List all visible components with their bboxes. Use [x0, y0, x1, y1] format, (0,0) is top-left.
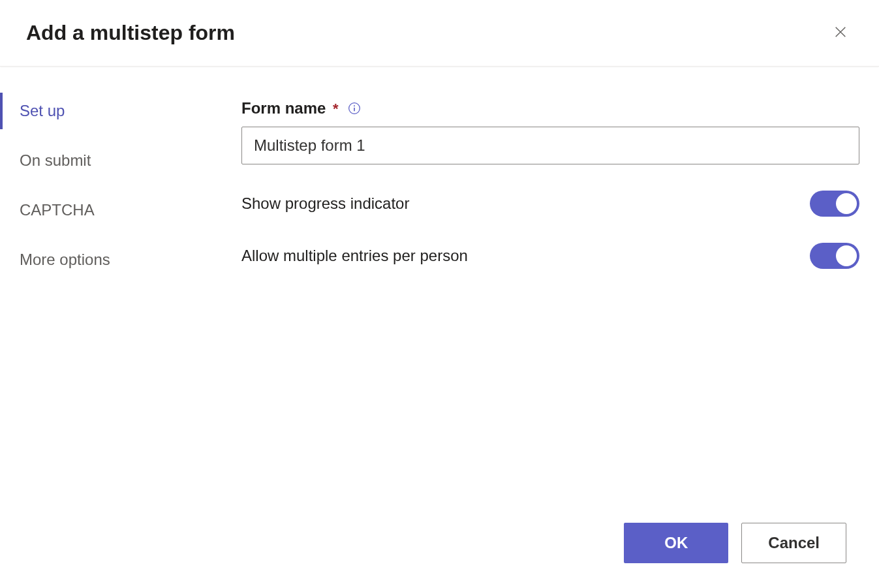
sidebar: Set up On submit CAPTCHA More options: [0, 67, 222, 583]
close-icon: [833, 25, 848, 41]
multiple-entries-toggle[interactable]: [810, 243, 859, 269]
info-icon[interactable]: [348, 102, 361, 115]
ok-button[interactable]: OK: [624, 523, 728, 563]
multiple-entries-toggle-label: Allow multiple entries per person: [241, 247, 468, 265]
progress-indicator-toggle[interactable]: [810, 191, 859, 217]
dialog-footer: OK Cancel: [624, 523, 846, 563]
sidebar-item-on-submit[interactable]: On submit: [0, 142, 222, 179]
sidebar-item-more-options[interactable]: More options: [0, 241, 222, 278]
svg-rect-2: [354, 108, 355, 112]
main-content: Form name * Show progress indicator Allo…: [222, 67, 879, 583]
toggle-knob: [836, 245, 857, 266]
progress-toggle-row: Show progress indicator: [241, 191, 859, 217]
sidebar-item-label: On submit: [20, 151, 91, 169]
multiple-entries-toggle-row: Allow multiple entries per person: [241, 243, 859, 269]
sidebar-item-label: More options: [20, 251, 110, 268]
dialog-body: Set up On submit CAPTCHA More options Fo…: [0, 67, 879, 583]
progress-toggle-label: Show progress indicator: [241, 194, 409, 213]
sidebar-item-label: Set up: [20, 102, 65, 119]
dialog-header: Add a multistep form: [0, 0, 879, 67]
cancel-button[interactable]: Cancel: [741, 523, 846, 563]
close-button[interactable]: [828, 20, 853, 46]
dialog-title: Add a multistep form: [26, 21, 235, 45]
svg-point-1: [354, 105, 355, 106]
required-indicator: *: [333, 101, 339, 117]
sidebar-item-label: CAPTCHA: [20, 201, 95, 219]
form-name-label: Form name *: [241, 99, 339, 117]
form-name-label-row: Form name *: [241, 99, 859, 117]
toggle-knob: [836, 193, 857, 214]
sidebar-item-captcha[interactable]: CAPTCHA: [0, 192, 222, 228]
form-name-input[interactable]: [241, 127, 859, 164]
sidebar-item-setup[interactable]: Set up: [0, 93, 222, 129]
